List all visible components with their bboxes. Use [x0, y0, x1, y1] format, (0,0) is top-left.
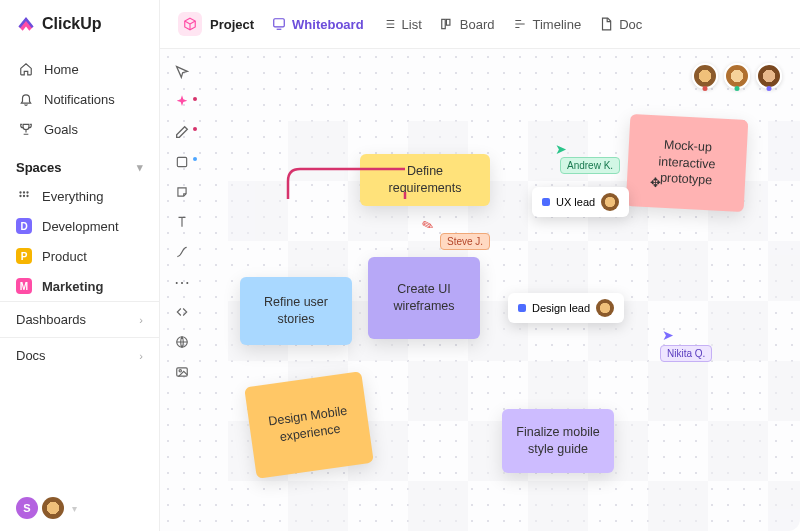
sticky-create-wireframes[interactable]: Create UI wireframes: [368, 257, 480, 339]
view-list[interactable]: List: [382, 17, 422, 32]
view-doc[interactable]: Doc: [599, 17, 642, 32]
chevron-right-icon: ›: [139, 350, 143, 362]
main: Project Whiteboard List Board Timeline D…: [160, 0, 800, 531]
space-badge: M: [16, 278, 32, 294]
space-label: Development: [42, 219, 119, 234]
view-whiteboard[interactable]: Whiteboard: [272, 17, 364, 32]
user-avatar: S: [16, 497, 38, 519]
space-marketing[interactable]: M Marketing: [0, 271, 159, 301]
move-cursor-icon: ✥: [650, 175, 661, 190]
user-tag-nikita: Nikita Q.: [660, 345, 712, 362]
nav-home[interactable]: Home: [8, 54, 151, 84]
svg-rect-9: [177, 157, 186, 166]
nav-label: Home: [44, 62, 79, 77]
chip-label: Design lead: [532, 302, 590, 314]
sticky-finalize-guide[interactable]: Finalize mobile style guide: [502, 409, 614, 473]
user-tag-steve: Steve J.: [440, 233, 490, 250]
collaborator-avatar[interactable]: .collab .c:nth-child(2)::after{backgroun…: [724, 63, 750, 89]
whiteboard-canvas[interactable]: ⋯ Define requirements Refine user storie…: [160, 49, 800, 531]
nav-notifications[interactable]: Notifications: [8, 84, 151, 114]
svg-point-5: [27, 195, 28, 196]
nav-label: Notifications: [44, 92, 115, 107]
sticky-text: Finalize mobile style guide: [514, 424, 602, 458]
sticky-mockup-prototype[interactable]: Mock-up interactive prototype: [626, 114, 749, 212]
spaces-header-label: Spaces: [16, 160, 62, 175]
view-label: Board: [460, 17, 495, 32]
cube-icon: [178, 12, 202, 36]
project-selector[interactable]: Project: [178, 12, 254, 36]
svg-rect-8: [446, 19, 450, 25]
link-tool-icon[interactable]: [173, 303, 191, 321]
main-nav: Home Notifications Goals: [0, 48, 159, 150]
view-timeline[interactable]: Timeline: [513, 17, 582, 32]
collaborator-avatar[interactable]: .collab .c:nth-child(3)::after{backgroun…: [756, 63, 782, 89]
chip-avatar: [601, 193, 619, 211]
bell-icon: [18, 91, 34, 107]
chip-ux-lead[interactable]: UX lead: [532, 187, 629, 217]
list-icon: [382, 17, 396, 31]
svg-point-3: [20, 195, 21, 196]
timeline-icon: [513, 17, 527, 31]
doc-icon: [599, 17, 613, 31]
image-tool-icon[interactable]: [173, 363, 191, 381]
view-label: Whiteboard: [292, 17, 364, 32]
sticky-text: Create UI wireframes: [380, 281, 468, 315]
topbar: Project Whiteboard List Board Timeline D…: [160, 0, 800, 49]
pointer-tool-icon[interactable]: [173, 63, 191, 81]
space-label: Marketing: [42, 279, 103, 294]
svg-point-4: [23, 195, 24, 196]
sticky-tool-icon[interactable]: [173, 183, 191, 201]
sticky-refine-stories[interactable]: Refine user stories: [240, 277, 352, 345]
collaborator-avatars[interactable]: .collab .c:nth-child(1)::after{backgroun…: [692, 63, 782, 89]
space-badge: P: [16, 248, 32, 264]
pen-tool-icon[interactable]: [173, 123, 191, 141]
svg-point-2: [27, 192, 28, 193]
section-docs[interactable]: Docs ›: [0, 337, 159, 373]
more-tool-icon[interactable]: ⋯: [173, 273, 191, 291]
space-development[interactable]: D Development: [0, 211, 159, 241]
square-icon: [518, 304, 526, 312]
sticky-define-requirements[interactable]: Define requirements: [360, 154, 490, 206]
connector-tool-icon[interactable]: [173, 243, 191, 261]
sidebar: ClickUp Home Notifications Goals Spaces …: [0, 0, 160, 531]
sparkle-tool-icon[interactable]: [173, 93, 191, 111]
sticky-text: Design Mobile experience: [260, 402, 358, 449]
svg-rect-7: [442, 19, 446, 28]
whiteboard-toolbar: ⋯: [168, 57, 196, 387]
project-name: Project: [210, 17, 254, 32]
collaborator-avatar[interactable]: .collab .c:nth-child(1)::after{backgroun…: [692, 63, 718, 89]
home-icon: [18, 61, 34, 77]
chevron-down-icon: ▾: [137, 161, 143, 174]
svg-point-1: [23, 192, 24, 193]
whiteboard-icon: [272, 17, 286, 31]
web-tool-icon[interactable]: [173, 333, 191, 351]
chip-design-lead[interactable]: Design lead: [508, 293, 624, 323]
nav-goals[interactable]: Goals: [8, 114, 151, 144]
svg-point-12: [179, 370, 181, 372]
square-icon: [542, 198, 550, 206]
logo[interactable]: ClickUp: [0, 0, 159, 48]
space-product[interactable]: P Product: [0, 241, 159, 271]
chevron-right-icon: ›: [139, 314, 143, 326]
section-dashboards[interactable]: Dashboards ›: [0, 301, 159, 337]
view-label: Doc: [619, 17, 642, 32]
shape-tool-icon[interactable]: [173, 153, 191, 171]
user-avatar-secondary: [42, 497, 64, 519]
svg-point-0: [20, 192, 21, 193]
trophy-icon: [18, 121, 34, 137]
user-menu[interactable]: S ▾: [0, 485, 159, 531]
board-icon: [440, 17, 454, 31]
remote-cursor-icon: ➤: [555, 141, 567, 157]
spaces-header[interactable]: Spaces ▾: [0, 150, 159, 181]
nav-label: Goals: [44, 122, 78, 137]
sticky-text: Refine user stories: [252, 294, 340, 328]
sticky-design-mobile[interactable]: Design Mobile experience: [244, 371, 374, 479]
view-board[interactable]: Board: [440, 17, 495, 32]
svg-rect-11: [177, 368, 188, 376]
space-everything[interactable]: Everything: [0, 181, 159, 211]
chip-avatar: [596, 299, 614, 317]
space-badge: D: [16, 218, 32, 234]
text-tool-icon[interactable]: [173, 213, 191, 231]
logo-text: ClickUp: [42, 15, 102, 33]
svg-rect-6: [274, 19, 285, 27]
